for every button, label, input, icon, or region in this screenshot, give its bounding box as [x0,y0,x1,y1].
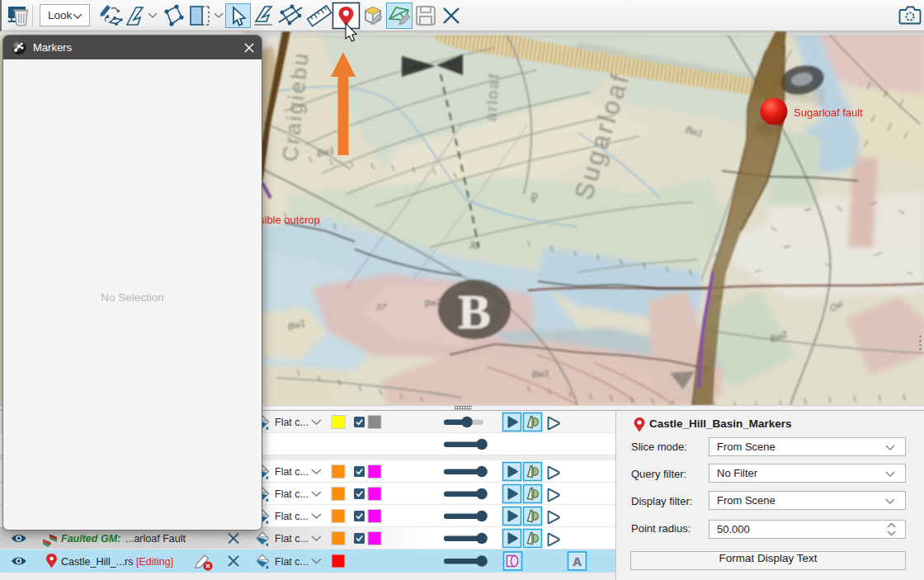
svg-text:sible outcrop: sible outcrop [259,214,320,226]
svg-text:Faulted GM:: Faulted GM: [61,533,120,545]
svg-text:B: B [458,285,491,339]
svg-text:Sugarloaf fault: Sugarloaf fault [794,106,863,119]
svg-text:Castle_Hill_...rs [Editing]: Castle_Hill_...rs [Editing] [61,556,173,568]
svg-text:...arloaf Fault: ...arloaf Fault [125,533,186,545]
svg-text:Flat c...: Flat c... [275,417,309,428]
svg-text:Flat c...: Flat c... [275,556,309,568]
svg-text:Flat c...: Flat c... [275,466,309,478]
svg-text:arloaf: arloaf [482,72,502,122]
svg-text:Bw1: Bw1 [531,368,549,380]
svg-text:A: A [573,554,582,568]
